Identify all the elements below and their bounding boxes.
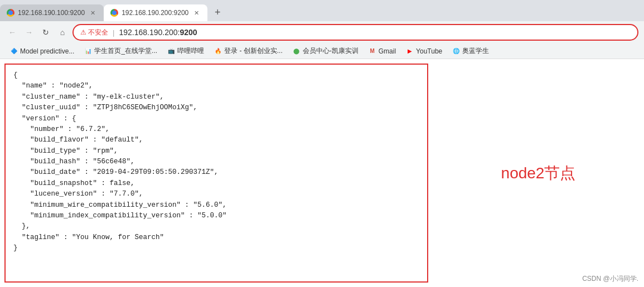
tab-2-title: 192.168.190.200:9200 [122, 9, 188, 17]
security-icon: ⚠ 不安全 [80, 28, 108, 37]
bookmark-5-favicon: ⬤ [293, 47, 301, 55]
bookmark-youtube[interactable]: ▶ YouTube [401, 46, 447, 56]
bookmark-8-label: 奥蓝学生 [462, 46, 489, 56]
json-line: "build_type" : "rpm", [13, 146, 419, 157]
bookmark-2-label: 学生首页_在线学堂... [94, 46, 157, 56]
bookmark-1-favicon: 🔷 [10, 47, 18, 55]
bookmark-login-innovation[interactable]: 🔥 登录 - 创新创业实... [210, 45, 287, 57]
bookmark-4-favicon: 🔥 [214, 47, 222, 55]
json-line: "build_flavor" : "default", [13, 135, 419, 145]
url-port: 9200 [180, 28, 197, 37]
bookmark-7-favicon: ▶ [406, 47, 414, 55]
json-line: "build_date" : "2019-04-29T09:05:50.2903… [13, 167, 419, 178]
bookmark-1-label: Model predictive... [20, 47, 74, 55]
bookmark-6-favicon: M [369, 47, 376, 55]
bookmark-student-homepage[interactable]: 📊 学生首页_在线学堂... [80, 45, 162, 57]
tab-2-favicon [110, 9, 118, 17]
url-base: 192.168.190.200:9200 [119, 28, 197, 37]
forward-button[interactable]: → [22, 26, 36, 39]
bookmark-6-label: Gmail [379, 47, 396, 55]
bookmark-member-center[interactable]: ⬤ 会员中心-凯康实训 [288, 45, 363, 57]
json-line: "number" : "6.7.2", [13, 124, 419, 135]
json-line: { [13, 70, 419, 81]
json-line: "minimum_index_compatibility_version" : … [13, 211, 419, 221]
bookmark-gmail[interactable]: M Gmail [364, 46, 400, 56]
json-line: "lucene_version" : "7.7.0", [13, 189, 419, 200]
bookmark-model-predictive[interactable]: 🔷 Model predictive... [6, 46, 79, 56]
bookmark-3-label: 哔哩哔哩 [177, 46, 204, 56]
json-line: "cluster_name" : "my-elk-cluster", [13, 92, 419, 103]
json-line: "build_snapshot" : false, [13, 178, 419, 189]
tab-1-favicon [7, 9, 14, 17]
bookmark-8-favicon: 🌐 [452, 47, 460, 55]
json-line: "name" : "node2", [13, 81, 419, 91]
back-button[interactable]: ← [6, 26, 19, 39]
json-line: "version" : { [13, 114, 419, 124]
tab-1-close[interactable]: ✕ [88, 8, 97, 17]
bookmark-aolan[interactable]: 🌐 奥蓝学生 [448, 45, 493, 57]
node-label: node2节点 [501, 163, 576, 184]
tab-1-title: 192.168.190.100:9200 [18, 9, 85, 17]
tab-2-close[interactable]: ✕ [192, 8, 201, 17]
tab-2[interactable]: 192.168.190.200:9200 ✕ [104, 4, 207, 21]
json-line: "build_hash" : "56c6e48", [13, 157, 419, 167]
bookmark-bilibili[interactable]: 📺 哔哩哔哩 [163, 45, 209, 57]
browser-frame: 192.168.190.100:9200 ✕ 192.168.190.200:9… [0, 0, 644, 287]
json-line: "tagline" : "You Know, for Search" [13, 232, 419, 243]
json-line: }, [13, 221, 419, 232]
security-text: 不安全 [88, 28, 108, 37]
new-tab-button[interactable]: + [210, 4, 225, 20]
bookmark-4-label: 登录 - 创新创业实... [224, 46, 283, 56]
bookmarks-bar: 🔷 Model predictive... 📊 学生首页_在线学堂... 📺 哔… [0, 43, 644, 59]
address-field[interactable]: ⚠ 不安全 | 192.168.190.200:9200 [72, 24, 638, 41]
json-line: "minimum_wire_compatibility_version" : "… [13, 200, 419, 211]
url-separator: | [113, 28, 114, 37]
json-line: } [13, 243, 419, 254]
bookmark-7-label: YouTube [416, 47, 442, 55]
json-line: "cluster_uuid" : "ZTPj8hC6SEOwEhjOOMoiXg… [13, 103, 419, 113]
json-panel: { "name" : "node2", "cluster_name" : "my… [4, 64, 428, 283]
bookmark-3-favicon: 📺 [167, 47, 175, 55]
csdn-watermark: CSDN @小冯同学. [582, 274, 638, 284]
tab-1[interactable]: 192.168.190.100:9200 ✕ [0, 4, 104, 21]
reload-button[interactable]: ↻ [39, 26, 52, 39]
address-bar-row: ← → ↻ ⌂ ⚠ 不安全 | 192.168.190.200:9200 [0, 21, 644, 43]
home-button[interactable]: ⌂ [56, 26, 69, 39]
tab-bar: 192.168.190.100:9200 ✕ 192.168.190.200:9… [0, 0, 644, 21]
bookmark-2-favicon: 📊 [84, 47, 92, 55]
bookmark-5-label: 会员中心-凯康实训 [303, 46, 359, 56]
page-content: { "name" : "node2", "cluster_name" : "my… [0, 59, 644, 287]
annotation-area: node2节点 [433, 59, 644, 287]
